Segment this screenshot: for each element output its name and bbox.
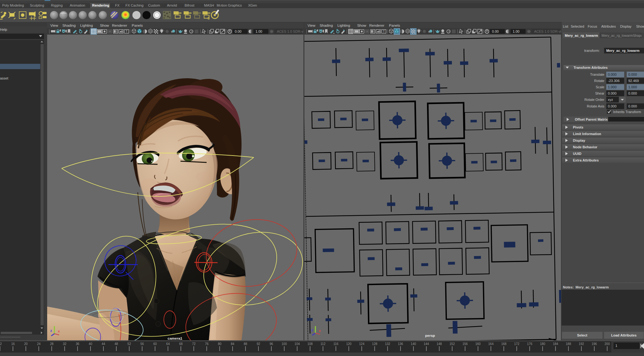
svg-text:124: 124: [359, 342, 364, 346]
svg-text:144: 144: [424, 342, 429, 346]
svg-text:56: 56: [140, 342, 144, 346]
svg-text:z: z: [50, 329, 52, 332]
svg-text:x: x: [58, 329, 60, 333]
svg-text:1.00: 1.00: [513, 30, 519, 33]
svg-text:132: 132: [385, 342, 390, 346]
svg-text:32: 32: [63, 342, 67, 346]
svg-text:196: 196: [591, 342, 597, 346]
svg-text:44: 44: [102, 342, 105, 346]
svg-text:136: 136: [398, 342, 403, 346]
svg-text:84: 84: [231, 342, 235, 346]
svg-text:ID: ID: [528, 30, 530, 33]
svg-text:36: 36: [76, 342, 80, 346]
svg-text:168: 168: [501, 342, 507, 346]
svg-text:164: 164: [488, 342, 494, 346]
svg-text:68: 68: [179, 342, 183, 346]
svg-text:20: 20: [24, 342, 28, 346]
svg-text:184: 184: [553, 342, 558, 346]
svg-text:96: 96: [269, 342, 273, 346]
svg-text:188: 188: [566, 342, 571, 346]
svg-text:T: T: [126, 30, 128, 33]
svg-text:ACES 1.0 SDR-video (s: ACES 1.0 SDR-video (s: [277, 30, 304, 33]
svg-text:100: 100: [282, 342, 287, 346]
svg-text:116: 116: [333, 342, 338, 346]
svg-text:T: T: [383, 30, 385, 33]
svg-text:176: 176: [527, 342, 532, 346]
svg-text:16: 16: [11, 342, 15, 346]
svg-text:156: 156: [463, 342, 468, 346]
svg-text:28: 28: [50, 342, 54, 346]
svg-text:200: 200: [605, 342, 610, 346]
svg-text:z: z: [311, 328, 313, 332]
svg-text:108: 108: [308, 342, 313, 346]
svg-text:152: 152: [450, 342, 455, 346]
svg-text:ID: ID: [271, 30, 273, 33]
svg-text:140: 140: [411, 342, 416, 346]
svg-text:1.00: 1.00: [256, 30, 262, 33]
svg-text:48: 48: [114, 342, 118, 346]
svg-text:12: 12: [0, 342, 2, 346]
svg-text:88: 88: [244, 342, 247, 346]
svg-text:192: 192: [579, 342, 584, 346]
svg-text:0.00: 0.00: [492, 30, 499, 33]
svg-text:172: 172: [514, 342, 519, 346]
svg-text:x: x: [319, 329, 321, 332]
svg-text:52: 52: [127, 342, 131, 346]
svg-text:80: 80: [218, 342, 222, 346]
svg-text:24: 24: [37, 342, 41, 346]
svg-text:92: 92: [257, 342, 260, 346]
svg-text:ACES 1.0 SDR-video (s: ACES 1.0 SDR-video (s: [534, 30, 561, 33]
svg-text:112: 112: [320, 342, 325, 346]
svg-text:160: 160: [475, 342, 481, 346]
svg-text:camera1: camera1: [168, 337, 182, 340]
svg-text:120: 120: [346, 342, 352, 346]
svg-text:148: 148: [436, 342, 442, 346]
svg-text:60: 60: [153, 342, 157, 346]
svg-text:S: S: [208, 17, 210, 20]
svg-text:persp: persp: [425, 334, 435, 337]
svg-text:64: 64: [166, 342, 170, 346]
svg-text:40: 40: [89, 342, 92, 346]
svg-text:72: 72: [192, 342, 196, 346]
svg-text:76: 76: [205, 342, 209, 346]
svg-text:0.00: 0.00: [235, 30, 242, 33]
svg-text:104: 104: [295, 342, 300, 346]
svg-text:180: 180: [540, 342, 545, 346]
svg-text:128: 128: [372, 342, 377, 346]
